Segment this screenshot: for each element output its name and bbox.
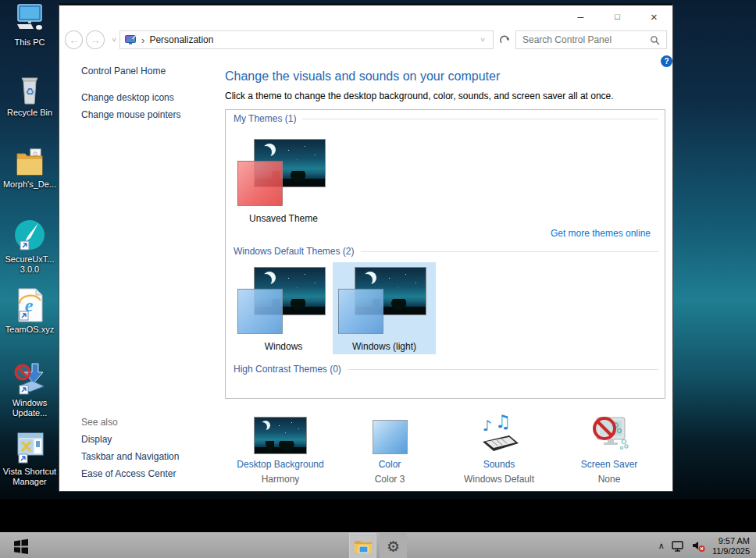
setting-value: Color 3 — [331, 474, 448, 485]
breadcrumb-separator: › — [141, 34, 144, 46]
sidebar-item-change-mouse-pointers[interactable]: Change mouse pointers — [81, 109, 180, 120]
shortcut-manager-icon — [0, 431, 59, 465]
themes-list-panel: My Themes (1) Unsaved Theme Get more the… — [225, 109, 665, 399]
sidebar-item-display[interactable]: Display — [81, 434, 112, 445]
titlebar: – □ × — [59, 5, 672, 27]
desktop-icon-label: SecureUxT... 3.0.0 — [0, 254, 59, 275]
theme-name: Windows (light) — [333, 341, 436, 352]
clock-date: 11/9/2025 — [712, 546, 750, 556]
moon-decoration — [263, 144, 276, 156]
desktop-icon-teamos[interactable]: e TeamOS.xyz — [0, 289, 59, 335]
taskbar-settings-button[interactable]: ⚙ — [380, 533, 407, 558]
search-input[interactable] — [516, 34, 650, 45]
sounds-icon: ♪ ♫ — [476, 414, 522, 454]
setting-value: None — [551, 474, 668, 485]
sidebar-item-change-desktop-icons[interactable]: Change desktop icons — [81, 92, 174, 103]
desktop-icon-secureux[interactable]: SecureUxT... 3.0.0 — [0, 219, 59, 275]
internet-document-icon: e — [0, 289, 59, 323]
taskbar: ⚙ ∧ 9:57 AM 11/9/2025 — [0, 532, 756, 558]
recycle-bin-icon: ♻ — [0, 72, 59, 106]
address-bar[interactable]: › Personalization > — [119, 30, 494, 49]
desktop-icon-morphs-folder[interactable]: Morph's_De... — [0, 144, 59, 190]
desktop-icon-recycle-bin[interactable]: ♻ Recycle Bin — [0, 72, 59, 118]
setting-value: Harmony — [222, 474, 339, 485]
close-button[interactable]: × — [636, 5, 672, 27]
theme-color-square — [338, 289, 383, 334]
navigation-toolbar: ← → > › Personalization > — [59, 27, 672, 52]
desktop-icon-vista-shortcut-manager[interactable]: Vista Shortcut Manager — [0, 431, 59, 487]
taskbar-clock[interactable]: 9:57 AM 11/9/2025 — [712, 536, 752, 556]
desktop-icon-label: Windows Update... — [0, 398, 59, 418]
desktop-icon-label: TeamOS.xyz — [0, 325, 59, 335]
color-swatch — [373, 420, 408, 454]
group-divider — [348, 369, 658, 370]
file-explorer-icon — [354, 538, 373, 554]
setting-label[interactable]: Sounds — [440, 459, 558, 470]
desktop-icon-label: Vista Shortcut Manager — [0, 467, 59, 487]
desktop-icon-label: This PC — [0, 37, 59, 48]
group-divider — [361, 251, 659, 252]
get-more-themes-link[interactable]: Get more themes online — [551, 228, 651, 239]
page-subtitle: Click a theme to change the desktop back… — [225, 91, 614, 101]
address-dropdown-chevron-icon[interactable]: > — [478, 37, 486, 41]
group-high-contrast-themes: High Contrast Themes (0) — [234, 364, 658, 375]
group-my-themes: My Themes (1) — [234, 113, 658, 124]
search-icon[interactable] — [650, 35, 660, 45]
sidebar-item-control-panel-home[interactable]: Control Panel Home — [81, 66, 166, 76]
setting-label[interactable]: Color — [331, 459, 448, 470]
theme-name: Unsaved Theme — [232, 213, 335, 224]
personalization-location-icon — [125, 34, 137, 45]
screen-saver-setting[interactable]: Screen Saver None — [551, 412, 668, 485]
help-button[interactable]: ? — [661, 55, 672, 67]
maximize-button[interactable]: □ — [599, 5, 636, 27]
this-pc-icon — [0, 2, 59, 36]
theme-windows-light-selected[interactable]: Windows (light) — [333, 262, 436, 354]
desktop-icon-this-pc[interactable]: This PC — [0, 2, 59, 48]
breadcrumb-location[interactable]: Personalization — [149, 34, 476, 45]
moon-decoration — [261, 421, 270, 430]
minimize-button[interactable]: – — [562, 5, 599, 27]
color-setting[interactable]: Color Color 3 — [331, 412, 448, 485]
blocked-update-icon — [0, 362, 59, 396]
group-title: High Contrast Themes (0) — [234, 364, 341, 375]
personalization-window: – □ × ← → > › Personalization > — [59, 3, 673, 492]
start-button[interactable] — [10, 537, 32, 556]
theme-unsaved[interactable]: Unsaved Theme — [232, 134, 335, 226]
theme-name: Windows — [232, 341, 335, 352]
group-windows-default-themes: Windows Default Themes (2) — [234, 246, 658, 257]
sidebar-item-taskbar-and-navigation[interactable]: Taskbar and Navigation — [81, 451, 179, 462]
desktop-background-setting[interactable]: Desktop Background Harmony — [222, 412, 339, 485]
windows-logo-icon — [12, 538, 30, 555]
desktop-background-thumbnail — [254, 417, 307, 454]
page-title: Change the visuals and sounds on your co… — [225, 69, 500, 84]
forward-icon: → — [91, 34, 101, 46]
system-tray: ∧ 9:57 AM 11/9/2025 — [658, 533, 752, 558]
volume-muted-icon[interactable] — [691, 540, 706, 553]
taskbar-file-explorer-button[interactable] — [349, 533, 376, 558]
theme-color-square — [237, 161, 283, 206]
history-chevron-icon[interactable]: > — [109, 37, 117, 41]
back-icon: ← — [69, 34, 79, 46]
group-title: Windows Default Themes (2) — [234, 246, 355, 257]
see-also-header: See also — [81, 417, 118, 428]
clock-time: 9:57 AM — [712, 536, 750, 546]
moon-decoration — [364, 272, 376, 284]
desktop-icon-label: Recycle Bin — [0, 108, 59, 118]
setting-label[interactable]: Screen Saver — [551, 459, 668, 470]
setting-label[interactable]: Desktop Background — [222, 459, 339, 470]
setting-value: Windows Default — [440, 474, 558, 485]
folder-icon — [0, 144, 59, 178]
back-button[interactable]: ← — [65, 30, 83, 49]
theme-windows[interactable]: Windows — [232, 262, 335, 354]
tray-expand-chevron-icon[interactable]: ∧ — [658, 541, 665, 551]
forward-button[interactable]: → — [86, 30, 104, 49]
svg-text:♫: ♫ — [495, 414, 512, 432]
gear-icon: ⚙ — [387, 538, 400, 555]
refresh-button[interactable] — [499, 34, 510, 45]
paintbrush-circle-icon — [0, 219, 59, 253]
sounds-setting[interactable]: ♪ ♫ Sounds Windows Default — [440, 412, 558, 485]
network-icon[interactable] — [671, 540, 685, 553]
sidebar-item-ease-of-access-center[interactable]: Ease of Access Center — [81, 468, 176, 479]
svg-text:♻: ♻ — [25, 86, 34, 98]
desktop-icon-windows-update-blocker[interactable]: Windows Update... — [0, 362, 59, 418]
